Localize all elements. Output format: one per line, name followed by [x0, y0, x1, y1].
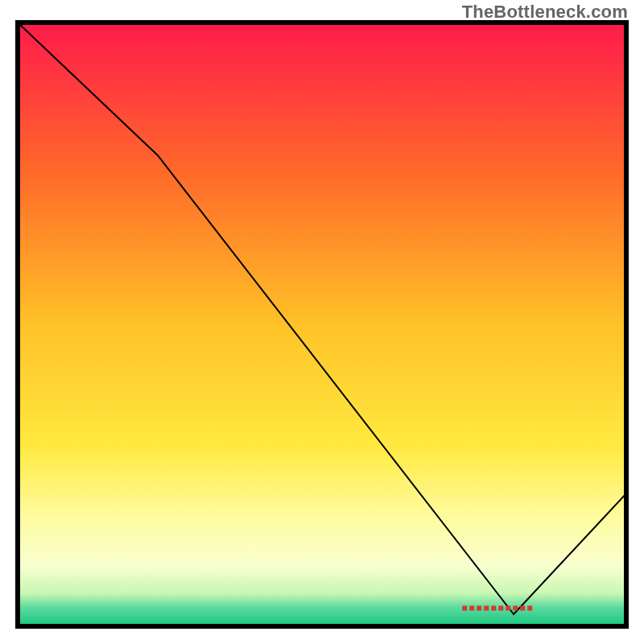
- svg-rect-8: [520, 606, 525, 611]
- svg-rect-9: [527, 606, 532, 611]
- bottleneck-chart: [0, 0, 644, 644]
- svg-rect-4: [491, 606, 496, 611]
- svg-rect-5: [498, 606, 503, 611]
- plot-area: [18, 23, 626, 626]
- svg-rect-1: [469, 606, 474, 611]
- gradient-background: [18, 23, 626, 626]
- svg-rect-7: [513, 606, 518, 611]
- svg-rect-0: [462, 606, 467, 611]
- svg-rect-3: [484, 606, 489, 611]
- svg-rect-6: [506, 606, 510, 611]
- chart-container: TheBottleneck.com: [0, 0, 644, 644]
- svg-rect-2: [477, 606, 481, 611]
